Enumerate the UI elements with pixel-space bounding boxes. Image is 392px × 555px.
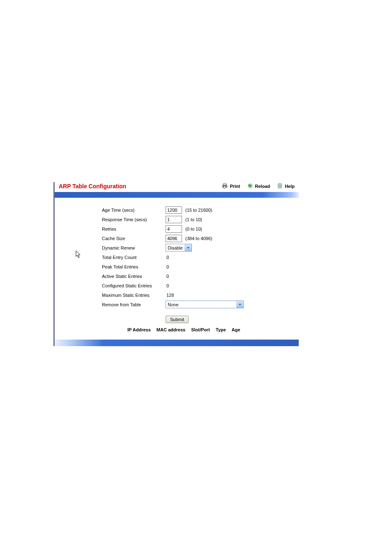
label-cache-size: Cache Size bbox=[102, 236, 166, 241]
separator-bar-top bbox=[55, 192, 299, 198]
input-retries[interactable] bbox=[166, 225, 182, 233]
row-cache-size: Cache Size (384 to 4096) bbox=[102, 234, 295, 243]
value-configured-static-entries: 0 bbox=[166, 283, 169, 288]
col-mac-address: MAC address bbox=[157, 327, 185, 332]
row-dynamic-renew: Dynamic Renew Disable bbox=[102, 243, 295, 252]
cursor-icon bbox=[75, 250, 82, 259]
row-total-entry-count: Total Entry Count 0 bbox=[102, 252, 295, 262]
col-age: Age bbox=[232, 327, 240, 332]
value-peak-total-entries: 0 bbox=[166, 264, 169, 269]
select-remove-from-table-value: None bbox=[166, 302, 180, 307]
row-active-static-entries: Active Static Entries 0 bbox=[102, 271, 295, 281]
col-ip-address: IP Address bbox=[127, 327, 151, 332]
print-button[interactable]: Print bbox=[222, 183, 240, 190]
row-peak-total-entries: Peak Total Entries 0 bbox=[102, 262, 295, 271]
row-configured-static-entries: Configured Static Entries 0 bbox=[102, 281, 295, 290]
input-cache-size[interactable] bbox=[166, 235, 182, 242]
value-total-entry-count: 0 bbox=[166, 255, 169, 260]
chevron-down-icon bbox=[184, 244, 191, 251]
svg-rect-0 bbox=[224, 184, 226, 185]
help-icon: ? bbox=[277, 183, 283, 190]
select-dynamic-renew-value: Disable bbox=[166, 245, 184, 250]
label-dynamic-renew: Dynamic Renew bbox=[102, 245, 166, 250]
row-remove-from-table: Remove from Table None bbox=[102, 300, 295, 309]
svg-rect-2 bbox=[224, 186, 226, 188]
print-label: Print bbox=[230, 184, 240, 189]
svg-text:?: ? bbox=[279, 184, 281, 188]
label-response-time: Response Time (secs) bbox=[102, 217, 166, 222]
label-retries: Retries bbox=[102, 227, 166, 231]
row-maximum-static-entries: Maximum Static Entries 128 bbox=[102, 290, 295, 300]
label-total-entry-count: Total Entry Count bbox=[102, 255, 166, 260]
submit-button[interactable]: Submit bbox=[166, 316, 189, 323]
input-response-time[interactable] bbox=[166, 216, 182, 223]
hint-response-time: (1 to 10) bbox=[185, 217, 202, 222]
hint-retries: (0 to 10) bbox=[185, 227, 202, 231]
value-maximum-static-entries: 128 bbox=[166, 293, 174, 298]
label-active-static-entries: Active Static Entries bbox=[102, 274, 166, 279]
row-response-time: Response Time (secs) (1 to 10) bbox=[102, 215, 295, 224]
col-type: Type bbox=[216, 327, 226, 332]
label-age-time: Age Time (secs) bbox=[102, 208, 166, 213]
header-row: ARP Table Configuration Print Reload bbox=[55, 182, 299, 192]
row-retries: Retries (0 to 10) bbox=[102, 224, 295, 234]
chevron-down-icon bbox=[236, 301, 243, 308]
config-window: ARP Table Configuration Print Reload bbox=[53, 182, 299, 346]
help-button[interactable]: ? Help bbox=[277, 183, 295, 190]
help-label: Help bbox=[285, 184, 295, 189]
label-remove-from-table: Remove from Table bbox=[102, 302, 166, 307]
hint-cache-size: (384 to 4096) bbox=[185, 236, 212, 241]
toolbar: Print Reload ? Help bbox=[222, 183, 295, 190]
hint-age-time: (15 to 21600) bbox=[185, 208, 212, 213]
page-title: ARP Table Configuration bbox=[59, 183, 222, 190]
select-dynamic-renew[interactable]: Disable bbox=[166, 244, 192, 252]
print-icon bbox=[222, 183, 228, 190]
arp-table-headers: IP Address MAC address Slot/Port Type Ag… bbox=[127, 327, 295, 335]
value-active-static-entries: 0 bbox=[166, 274, 169, 279]
page-container: ARP Table Configuration Print Reload bbox=[0, 0, 392, 555]
submit-row: Submit bbox=[166, 316, 295, 323]
col-slot-port: Slot/Port bbox=[191, 327, 210, 332]
reload-button[interactable]: Reload bbox=[247, 183, 270, 190]
label-maximum-static-entries: Maximum Static Entries bbox=[102, 293, 166, 298]
select-remove-from-table[interactable]: None bbox=[166, 301, 244, 308]
content-area: Age Time (secs) (15 to 21600) Response T… bbox=[55, 198, 299, 336]
row-age-time: Age Time (secs) (15 to 21600) bbox=[102, 205, 295, 215]
separator-bar-bottom bbox=[55, 340, 299, 346]
reload-icon bbox=[247, 183, 253, 190]
input-age-time[interactable] bbox=[166, 206, 182, 214]
reload-label: Reload bbox=[255, 184, 270, 189]
label-configured-static-entries: Configured Static Entries bbox=[102, 283, 166, 288]
label-peak-total-entries: Peak Total Entries bbox=[102, 264, 166, 269]
form-table: Age Time (secs) (15 to 21600) Response T… bbox=[102, 205, 295, 309]
